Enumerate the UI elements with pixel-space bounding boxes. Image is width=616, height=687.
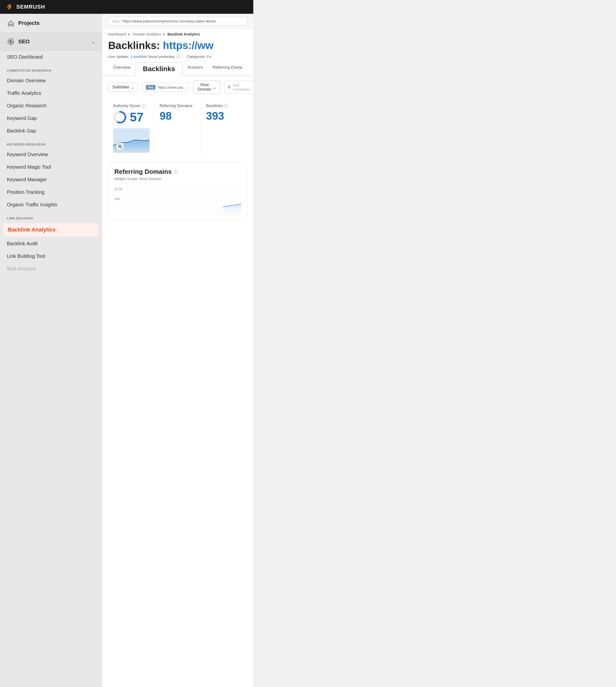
referring-domains-chart[interactable] xyxy=(128,185,241,214)
sidebar-section-competitive: COMPETITIVE RESEARCH xyxy=(0,63,102,74)
breadcrumb-dashboard[interactable]: Dashboard xyxy=(108,32,126,36)
subfolder-filter-btn[interactable]: Subfolder ⌄ xyxy=(108,83,138,92)
referring-domains-value: 98 xyxy=(160,110,196,122)
url-bar: https://https://www.paleorunningmomma.co… xyxy=(102,14,253,28)
logo-text: SEMRUSH xyxy=(16,4,45,10)
you-badge: You xyxy=(146,85,156,90)
projects-label: Projects xyxy=(18,20,40,26)
chevron-root-domain-icon: ⌄ xyxy=(213,85,216,90)
sidebar-item-position-tracking[interactable]: Position Tracking xyxy=(0,186,102,199)
sidebar-item-keyword-overview[interactable]: Keyword Overview xyxy=(0,148,102,161)
filters-row: Subfolder ⌄ You https://www.pal... Root … xyxy=(102,76,253,97)
breadcrumb-domain-analytics[interactable]: Domain Analytics xyxy=(133,32,161,36)
svg-line-7 xyxy=(121,147,122,148)
sidebar-item-backlink-analytics[interactable]: Backlink Analytics xyxy=(3,223,99,236)
live-update-bar: Live Update: 1 backlink found yesterday … xyxy=(102,53,253,62)
logo-area[interactable]: SEMRUSH xyxy=(5,2,45,11)
semrush-logo-icon xyxy=(5,2,14,11)
url-chip[interactable]: You https://www.pal... xyxy=(142,83,190,92)
url-chip-value: https://www.pal... xyxy=(158,85,186,89)
sidebar: Projects SEO ⌄ SEO Dashboard COMPETITIVE… xyxy=(0,14,102,687)
widget-scope: Widget Scope: Root Domain xyxy=(114,177,241,181)
breadcrumb: Dashboard ▶ Domain Analytics ▶ Backlink … xyxy=(102,28,253,38)
add-competitor-placeholder: Add competitor xyxy=(233,83,251,91)
backlinks-card: Backlinks i 393 xyxy=(201,99,247,157)
authority-score-card: Authority Score i 57 xyxy=(108,99,155,157)
page-title: Backlinks: https://ww xyxy=(102,38,253,53)
sidebar-item-keyword-gap[interactable]: Keyword Gap xyxy=(0,112,102,124)
sidebar-section-keyword: KEYWORD RESEARCH xyxy=(0,137,102,148)
home-icon xyxy=(7,19,15,27)
seo-icon xyxy=(7,38,15,46)
tab-referring-domains[interactable]: Referring Doma xyxy=(208,62,247,76)
tab-anchors[interactable]: Anchors xyxy=(182,62,208,76)
url-input[interactable]: https://https://www.paleorunningmomma.co… xyxy=(108,17,247,25)
live-suffix: found yesterday xyxy=(148,54,175,59)
breadcrumb-sep-2: ▶ xyxy=(163,32,165,36)
authority-score-chart[interactable] xyxy=(113,128,150,153)
sidebar-item-bulk-analysis: Bulk Analysis xyxy=(0,262,102,275)
referring-domains-title: Referring Domains i xyxy=(114,168,241,176)
sidebar-item-seo[interactable]: SEO ⌄ xyxy=(0,33,102,51)
title-prefix: Backlinks: xyxy=(108,40,160,51)
tab-overview[interactable]: Overview xyxy=(108,62,135,76)
main-layout: Projects SEO ⌄ SEO Dashboard COMPETITIVE… xyxy=(0,14,253,687)
sidebar-item-seo-dashboard[interactable]: SEO Dashboard xyxy=(0,51,102,63)
zoom-chart-button[interactable] xyxy=(116,142,124,151)
referring-domains-info-icon[interactable]: i xyxy=(174,170,178,174)
chevron-subfolder-icon: ⌄ xyxy=(131,85,134,90)
backlinks-value: 393 xyxy=(206,110,242,122)
authority-score-value: 57 xyxy=(130,110,144,124)
stats-row: Authority Score i 57 xyxy=(102,97,253,162)
tabs-row: Overview Backlinks Anchors Referring Dom… xyxy=(102,62,253,76)
seo-label: SEO xyxy=(18,39,88,45)
sidebar-item-keyword-manager[interactable]: Keyword Manager xyxy=(0,173,102,186)
breadcrumb-backlink-analytics: Backlink Analytics xyxy=(167,32,200,36)
sidebar-item-backlink-gap[interactable]: Backlink Gap xyxy=(0,124,102,137)
sidebar-item-keyword-magic-tool[interactable]: Keyword Magic Tool xyxy=(0,161,102,173)
add-competitor-input[interactable]: Add competitor xyxy=(224,81,253,94)
competitor-dot-icon xyxy=(228,86,230,89)
content-area: https://https://www.paleorunningmomma.co… xyxy=(102,14,253,687)
sidebar-section-link-building: LINK BUILDING xyxy=(0,211,102,222)
tab-backlinks[interactable]: Backlinks xyxy=(135,62,182,76)
authority-score-display: 57 xyxy=(113,110,144,124)
referring-chart-area: 22.5K 18K xyxy=(114,185,241,214)
breadcrumb-sep-1: ▶ xyxy=(128,32,131,36)
chevron-down-icon: ⌄ xyxy=(91,39,95,45)
sidebar-item-domain-overview[interactable]: Domain Overview xyxy=(0,74,102,87)
y-label-22k: 22.5K xyxy=(114,187,123,191)
sidebar-item-projects[interactable]: Projects xyxy=(0,14,102,33)
sidebar-item-organic-research[interactable]: Organic Research xyxy=(0,99,102,112)
backlinks-info-icon[interactable]: i xyxy=(224,104,228,108)
referring-domains-label: Referring Domains xyxy=(160,104,196,108)
sidebar-item-traffic-analytics[interactable]: Traffic Analytics xyxy=(0,87,102,99)
live-backlink-link[interactable]: 1 backlink xyxy=(130,54,147,59)
live-update-label: Live Update: xyxy=(108,54,129,59)
top-header: SEMRUSH xyxy=(0,0,253,14)
sidebar-item-organic-traffic-insights[interactable]: Organic Traffic Insights xyxy=(0,199,102,211)
backlinks-label: Backlinks i xyxy=(206,104,242,108)
authority-score-circle xyxy=(113,110,127,124)
authority-info-icon[interactable]: i xyxy=(141,104,146,108)
categories-text: Categories: Fo xyxy=(187,54,211,59)
sidebar-item-link-building-tool[interactable]: Link Building Tool xyxy=(0,250,102,262)
root-domain-filter-btn[interactable]: Root Domain ⌄ xyxy=(193,81,220,94)
sidebar-item-backlink-audit[interactable]: Backlink Audit xyxy=(0,237,102,250)
live-info-icon[interactable]: i xyxy=(176,55,180,59)
y-label-18k: 18K xyxy=(114,197,120,201)
divider: | xyxy=(183,54,184,59)
referring-domains-section: Referring Domains i Widget Scope: Root D… xyxy=(108,162,247,220)
referring-domains-card: Referring Domains 98 xyxy=(155,99,201,157)
authority-score-label: Authority Score i xyxy=(113,104,150,108)
title-url: https://ww xyxy=(163,40,213,51)
